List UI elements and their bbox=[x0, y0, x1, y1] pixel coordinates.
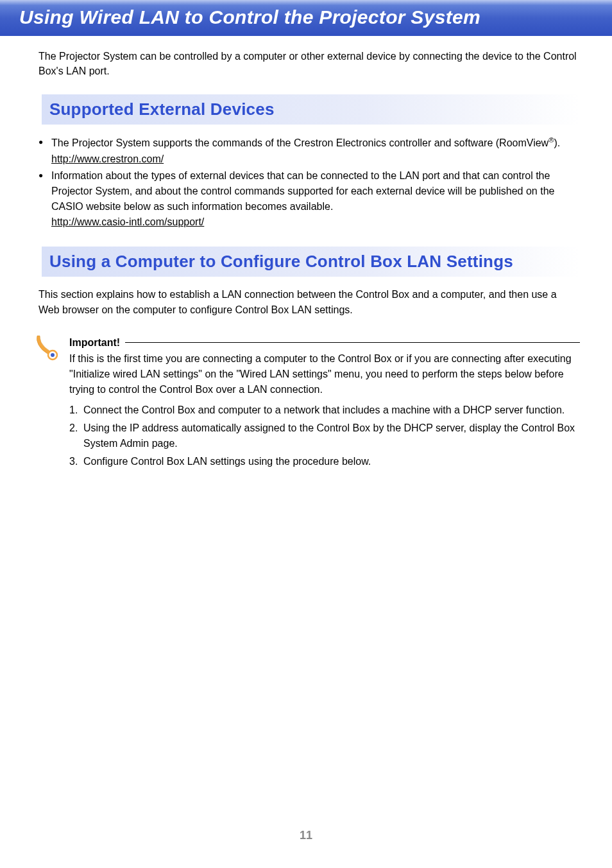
svg-point-1 bbox=[51, 353, 55, 357]
important-icon bbox=[33, 332, 65, 364]
casio-support-link[interactable]: http://www.casio-intl.com/support/ bbox=[51, 216, 204, 227]
bullet1-text-suffix: ). bbox=[554, 138, 560, 149]
important-header-row: Important! bbox=[69, 337, 580, 349]
list-item: Information about the types of external … bbox=[38, 168, 580, 230]
section-heading-2: Using a Computer to Configure Control Bo… bbox=[49, 252, 513, 271]
important-steps-list: Connect the Control Box and computer to … bbox=[69, 403, 580, 469]
page-content: The Projector System can be controlled b… bbox=[0, 36, 612, 469]
section-header-supported-devices: Supported External Devices bbox=[42, 94, 580, 125]
important-label: Important! bbox=[69, 337, 120, 349]
supported-devices-list: The Projector System supports the comman… bbox=[38, 135, 580, 229]
bullet1-text-prefix: The Projector System supports the comman… bbox=[51, 138, 548, 149]
list-item: Using the IP address automatically assig… bbox=[69, 421, 580, 451]
section-heading-1: Supported External Devices bbox=[49, 100, 275, 119]
important-body-text: If this is the first time you are connec… bbox=[69, 351, 580, 397]
list-item: Connect the Control Box and computer to … bbox=[69, 403, 580, 418]
important-divider-line bbox=[125, 342, 580, 343]
important-callout: Important! If this is the first time you… bbox=[38, 337, 580, 469]
crestron-link[interactable]: http://www.crestron.com/ bbox=[51, 153, 164, 164]
list-item: The Projector System supports the comman… bbox=[38, 135, 580, 166]
list-item: Configure Control Box LAN settings using… bbox=[69, 454, 580, 469]
bullet2-text: Information about the types of external … bbox=[51, 170, 554, 212]
page-number: 11 bbox=[0, 829, 612, 842]
section-header-configure-lan: Using a Computer to Configure Control Bo… bbox=[42, 247, 580, 277]
section2-intro: This section explains how to establish a… bbox=[38, 287, 580, 318]
intro-paragraph: The Projector System can be controlled b… bbox=[38, 49, 580, 78]
banner-title: Using Wired LAN to Control the Projector… bbox=[19, 6, 480, 28]
page-banner: Using Wired LAN to Control the Projector… bbox=[0, 0, 612, 36]
